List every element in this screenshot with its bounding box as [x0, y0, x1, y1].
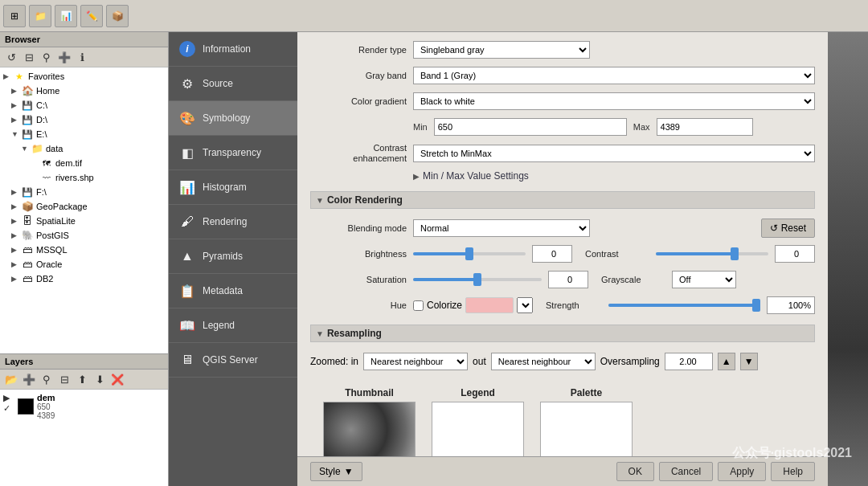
colorize-swatch-select[interactable]	[517, 297, 533, 313]
oversampling-label: Oversampling	[600, 356, 660, 367]
nav-item-histogram[interactable]: 📊 Histogram	[169, 170, 297, 205]
browser-filter-btn[interactable]: ⚲	[39, 49, 55, 65]
layers-open-btn[interactable]: 📂	[3, 371, 19, 387]
max-label: Max	[633, 122, 650, 132]
nav-item-symbology[interactable]: 🎨 Symbology	[169, 101, 297, 136]
browser-item-geopackage[interactable]: ▶ 📦 GeoPackage	[2, 199, 166, 214]
strength-input[interactable]	[767, 296, 815, 314]
oversampling-up-btn[interactable]: ▲	[718, 353, 735, 370]
strength-thumb[interactable]	[752, 299, 760, 312]
blending-mode-select[interactable]: Normal	[413, 219, 590, 237]
layers-add-btn[interactable]: ➕	[21, 371, 37, 387]
box-icon[interactable]: 📦	[106, 5, 129, 27]
colorize-checkbox[interactable]	[413, 300, 424, 311]
layers-up-btn[interactable]: ⬆	[74, 371, 90, 387]
browser-item-d[interactable]: ▶ 💾 D:\	[2, 112, 166, 127]
resampling-header[interactable]: ▼ Resampling	[310, 325, 815, 342]
content-panel: Render type Singleband gray Gray band Ba…	[297, 32, 828, 486]
nav-item-legend[interactable]: 📖 Legend	[169, 308, 297, 343]
nav-item-metadata[interactable]: 📋 Metadata	[169, 274, 297, 308]
folder-open-icon[interactable]: 📁	[29, 5, 51, 27]
brightness-input[interactable]	[532, 245, 572, 263]
gray-band-select[interactable]: Band 1 (Gray)	[413, 67, 815, 84]
grayscale-select[interactable]: Off	[672, 271, 736, 288]
nav-item-pyramids[interactable]: ▲ Pyramids	[169, 239, 297, 274]
nav-item-transparency[interactable]: ◧ Transparency	[169, 136, 297, 170]
oversampling-down-btn[interactable]: ▼	[740, 353, 758, 370]
pencil-icon[interactable]: ✏️	[80, 5, 103, 27]
thumbnail-section: Thumbnail Legend Palette	[310, 381, 815, 456]
minmax-link[interactable]: ▶ Min / Max Value Settings	[310, 170, 815, 182]
browser-item-oracle[interactable]: ▶ 🗃 Oracle	[2, 257, 166, 272]
browser-item-c[interactable]: ▶ 💾 C:\	[2, 98, 166, 112]
render-type-select[interactable]: Singleband gray	[413, 41, 590, 59]
layers-filter-btn[interactable]: ⚲	[39, 371, 55, 387]
help-button[interactable]: Help	[771, 462, 815, 481]
contrast-row-label: Contrast	[585, 249, 649, 259]
contrast-enhancement-select[interactable]: Stretch to MinMax	[413, 145, 815, 162]
browser-item-postgis[interactable]: ▶ 🐘 PostGIS	[2, 228, 166, 243]
saturation-thumb[interactable]	[473, 273, 481, 286]
grayscale-label: Grayscale	[601, 275, 665, 284]
nav-item-source[interactable]: ⚙ Source	[169, 67, 297, 101]
layers-collapse-btn[interactable]: ⊟	[56, 371, 72, 387]
saturation-slider-container	[413, 271, 542, 288]
contrast-input[interactable]	[775, 245, 815, 263]
nav-panel: i Information ⚙ Source 🎨 Symbology ◧ Tra…	[169, 32, 297, 486]
saturation-input[interactable]	[548, 271, 588, 288]
thumbnail-canvas	[324, 402, 415, 456]
layers-down-btn[interactable]: ⬇	[92, 371, 108, 387]
contrast-thumb[interactable]	[731, 247, 739, 260]
grid-icon[interactable]: ⊞	[3, 5, 26, 27]
map-background	[828, 32, 868, 486]
blending-mode-row: Blending mode Normal ↺ Reset	[310, 218, 815, 238]
browser-add-btn[interactable]: ➕	[56, 49, 72, 65]
browser-item-db2[interactable]: ▶ 🗃 DB2	[2, 272, 166, 286]
cancel-button[interactable]: Cancel	[659, 462, 713, 481]
min-input[interactable]	[434, 118, 627, 136]
color-gradient-row: Color gradient Black to white	[310, 92, 815, 111]
brightness-thumb[interactable]	[465, 247, 473, 260]
max-input[interactable]	[657, 118, 753, 136]
chart-icon[interactable]: 📊	[55, 5, 77, 27]
browser-info-btn[interactable]: ℹ	[74, 49, 90, 65]
bottom-bar: Style ▼ OK Cancel Apply Help	[297, 456, 828, 486]
legend-box-container: Legend	[432, 387, 524, 456]
contrast-slider-container	[656, 245, 768, 263]
apply-button[interactable]: Apply	[718, 462, 766, 481]
transparency-icon: ◧	[178, 144, 196, 161]
color-rendering-header[interactable]: ▼ Color Rendering	[310, 191, 815, 209]
nav-item-rendering[interactable]: 🖌 Rendering	[169, 205, 297, 239]
ok-button[interactable]: OK	[616, 462, 654, 481]
browser-item-e[interactable]: ▼ 💾 E:\	[2, 127, 166, 141]
nav-item-information[interactable]: i Information	[169, 32, 297, 67]
gray-band-row: Gray band Band 1 (Gray)	[310, 66, 815, 85]
top-toolbar: ⊞ 📁 📊 ✏️ 📦	[0, 0, 868, 32]
thumbnail-box: Thumbnail	[323, 387, 416, 456]
browser-item-dem[interactable]: ▶ 🗺 dem.tif	[2, 156, 166, 170]
strength-slider-container	[608, 296, 760, 314]
browser-refresh-btn[interactable]: ↺	[3, 49, 19, 65]
contrast-enhancement-label: Contrastenhancement	[310, 143, 407, 164]
browser-item-home[interactable]: ▶ 🏠 Home	[2, 84, 166, 98]
reset-button[interactable]: ↺ Reset	[761, 218, 815, 238]
browser-item-f[interactable]: ▶ 💾 F:\	[2, 185, 166, 199]
color-gradient-select[interactable]: Black to white	[413, 92, 815, 110]
style-button[interactable]: Style ▼	[310, 462, 362, 481]
zoomed-in-select[interactable]: Nearest neighbour Bilinear Cubic	[363, 353, 468, 370]
contrast-fill	[656, 252, 735, 255]
browser-item-spatialite[interactable]: ▶ 🗄 SpatiaLite	[2, 214, 166, 228]
oversampling-input[interactable]	[665, 353, 713, 370]
layers-remove-btn[interactable]: ❌	[109, 371, 125, 387]
nav-item-qgis-server[interactable]: 🖥 QGIS Server	[169, 343, 297, 378]
strength-label: Strength	[546, 300, 602, 310]
browser-item-mssql[interactable]: ▶ 🗃 MSSQL	[2, 243, 166, 257]
browser-item-rivers[interactable]: ▶ 〰 rivers.shp	[2, 170, 166, 185]
layer-item-dem[interactable]: ▶ ✓ dem 650 4389	[2, 391, 166, 422]
layer-swatch-dem	[18, 398, 34, 415]
zoomed-in-label: Zoomed: in	[310, 356, 358, 367]
browser-item-data[interactable]: ▼ 📁 data	[2, 141, 166, 156]
zoomed-out-select[interactable]: Nearest neighbour Bilinear Cubic	[491, 353, 596, 370]
browser-item-favorites[interactable]: ▶ ★ Favorites	[2, 69, 166, 84]
browser-collapse-btn[interactable]: ⊟	[21, 49, 37, 65]
